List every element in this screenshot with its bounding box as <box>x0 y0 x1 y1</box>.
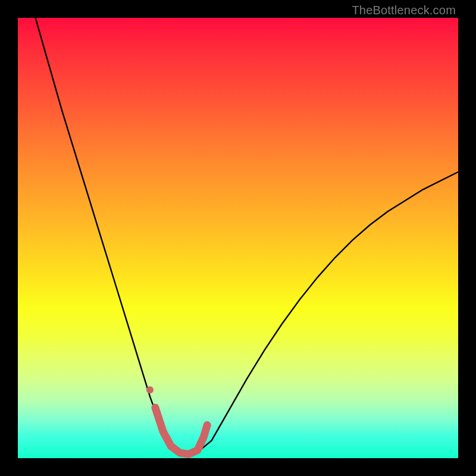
highlight-region-path <box>155 408 207 454</box>
chart-frame: TheBottleneck.com <box>0 0 476 476</box>
bottleneck-curve-path <box>36 18 458 455</box>
highlight-dots <box>146 386 154 393</box>
watermark-text: TheBottleneck.com <box>352 4 456 17</box>
highlight-dot <box>146 386 154 393</box>
bottleneck-curve-svg <box>18 18 458 458</box>
plot-area <box>18 18 458 458</box>
